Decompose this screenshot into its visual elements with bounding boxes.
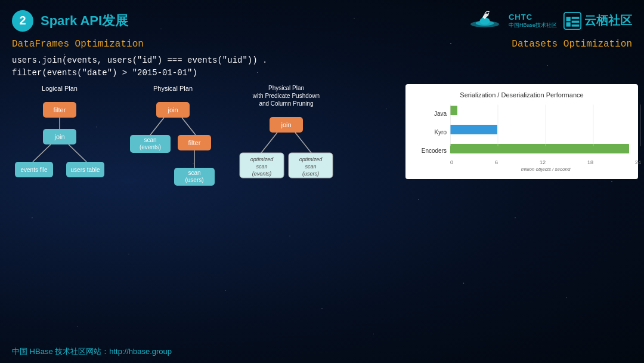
bar-java [450, 104, 641, 116]
svg-text:events file: events file [20, 167, 47, 173]
svg-text:optimized: optimized [250, 156, 274, 162]
chart-label-java: Java [414, 110, 447, 117]
bars-container [450, 104, 641, 157]
svg-text:(users): (users) [302, 171, 319, 177]
svg-text:filter: filter [188, 139, 201, 146]
physical-plan-optimized-title: Physical Plan with Predicate Pushdown an… [253, 84, 320, 107]
chart-title: Serialization / Deserialization Performa… [414, 91, 630, 99]
hbase-community-text: 中国HBase技术社区 [509, 21, 557, 29]
svg-text:(events): (events) [140, 144, 161, 150]
bar-kyro [450, 124, 641, 136]
x-tick-18: 18 [587, 159, 593, 165]
svg-line-23 [182, 118, 196, 135]
plans-row: Logical Plan filter join [6, 84, 400, 230]
x-tick-6: 6 [495, 159, 498, 165]
svg-line-15 [69, 144, 86, 162]
x-tick-24: 24 [635, 159, 641, 165]
bar-java-fill [450, 106, 457, 115]
logical-plan-diagram: Logical Plan filter join [12, 84, 107, 230]
yunhe-logo: 云栖社区 [563, 11, 632, 30]
page-title: Spark API发展 [41, 12, 128, 30]
svg-text:scan: scan [144, 137, 156, 143]
code-line-1: users.join(events, users("id") === event… [12, 54, 632, 67]
section-headers: DataFrames Optimization Datasets Optimiz… [0, 39, 644, 54]
slide-content: 2 Spark API发展 CHTC 中国HBase技术社区 [0, 0, 644, 363]
logical-plan-svg: filter join events file [12, 96, 107, 216]
physical-plan-optimized-diagram: Physical Plan with Predicate Pushdown an… [239, 84, 334, 230]
bar-encoders-fill [450, 144, 629, 153]
footer: 中国 HBase 技术社区网站：http://hbase.group [12, 346, 172, 357]
chart-bars-area: 0 6 12 18 24 million objects / second [450, 104, 641, 172]
physical-plan-optimized-svg: join optimized scan (events) optimized [239, 111, 334, 230]
x-tick-0: 0 [450, 159, 453, 165]
chart-panel: Serialization / Deserialization Performa… [405, 84, 638, 179]
svg-line-36 [295, 133, 311, 153]
svg-text:(events): (events) [252, 171, 272, 177]
svg-text:join: join [280, 121, 291, 128]
physical-plan-title: Physical Plan [153, 84, 193, 93]
logo-area: CHTC 中国HBase技术社区 云栖社区 [467, 7, 632, 34]
chart-label-encoders: Encoders [414, 147, 447, 154]
chart-y-labels: Java Kyro Encoders [414, 104, 447, 172]
svg-text:scan: scan [305, 164, 316, 170]
svg-rect-4 [566, 17, 570, 21]
bar-encoders [450, 143, 641, 155]
svg-line-35 [261, 133, 277, 153]
svg-line-22 [150, 118, 164, 135]
svg-rect-6 [572, 17, 580, 19]
svg-rect-8 [572, 24, 580, 26]
x-tick-12: 12 [540, 159, 546, 165]
title-area: 2 Spark API发展 [12, 10, 128, 32]
svg-text:join: join [54, 133, 64, 140]
footer-text: 中国 HBase 技术社区网站：http://hbase.group [12, 347, 172, 356]
right-section-title: Datasets Optimization [512, 39, 632, 50]
svg-text:filter: filter [54, 106, 66, 113]
diagrams-row: Logical Plan filter join [0, 84, 644, 230]
svg-text:optimized: optimized [299, 156, 323, 162]
svg-rect-7 [572, 20, 580, 23]
chart-label-kyro: Kyro [414, 129, 447, 136]
left-section-title: DataFrames Optimization [12, 39, 144, 50]
svg-text:(users): (users) [185, 177, 203, 183]
chtc-icon [467, 7, 503, 34]
step-number: 2 [12, 10, 33, 32]
bar-kyro-fill [450, 125, 497, 134]
svg-text:users table: users table [71, 167, 100, 173]
svg-text:join: join [167, 106, 178, 113]
svg-rect-5 [566, 22, 570, 26]
svg-text:scan: scan [256, 164, 267, 170]
chart-content: Java Kyro Encoders [414, 104, 630, 172]
logo-text: CHTC 中国HBase技术社区 [509, 13, 557, 29]
svg-line-14 [33, 144, 51, 162]
yunhe-icon [563, 11, 582, 30]
code-area: users.join(events, users("id") === event… [0, 54, 644, 84]
yunhe-brand-text: 云栖社区 [584, 13, 632, 29]
chart-axis-label: million objects / second [450, 167, 641, 172]
chtc-text: CHTC [509, 13, 532, 21]
logical-plan-title: Logical Plan [42, 84, 78, 93]
chart-x-axis: 0 6 12 18 24 [450, 159, 641, 165]
physical-plan-svg: join scan (events) filter [125, 96, 221, 216]
physical-plan-diagram: Physical Plan join scan (events) [125, 84, 221, 230]
code-line-2: filter(events("date") > "2015-01-01") [12, 67, 632, 79]
svg-text:scan: scan [188, 170, 200, 176]
header: 2 Spark API发展 CHTC 中国HBase技术社区 [0, 0, 644, 39]
left-diagrams: Logical Plan filter join [6, 84, 400, 230]
